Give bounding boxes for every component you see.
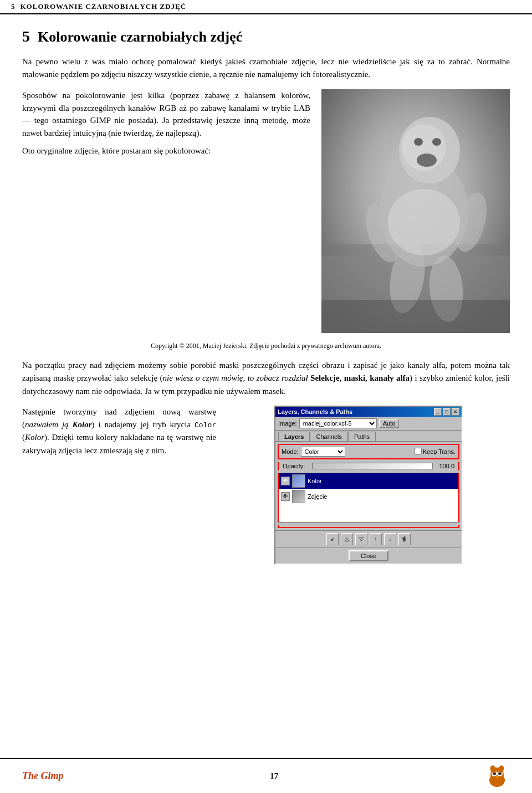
page-header: 5 KOLOROWANIE CZARNOBIAŁYCH ZDJĘĆ — [0, 0, 532, 14]
layer-name-zdjecie: Zdjęcie — [308, 493, 327, 500]
footer-owl-icon — [485, 764, 510, 789]
opacity-slider[interactable] — [313, 463, 433, 469]
body-paragraph-1: Na początku pracy nad zdjęciem możemy so… — [22, 359, 510, 398]
methods-paragraph: Sposobów na pokolorowanie jest kilka (po… — [22, 89, 310, 139]
intro-section: Na pewno wielu z was miało ochotę pomalo… — [22, 55, 510, 80]
gimp-titlebar-buttons: _ □ × — [434, 408, 459, 416]
layer-duplicate-btn[interactable]: ↑ — [370, 533, 382, 545]
gimp-red-border-bottom — [278, 525, 459, 528]
footer-logo-the: The — [22, 770, 38, 781]
layer-to-front-btn[interactable]: ↙ — [326, 533, 339, 545]
gimp-toolbar-bottom: ↙ △ ▽ ↑ ↓ 🗑 — [275, 530, 462, 548]
baby-photo-svg — [321, 89, 510, 333]
gimp-layers-list: 👁 Kolor 👁 Zdjęcie — [278, 473, 459, 523]
header-chapter-title: KOLOROWANIE CZARNOBIAŁYCH ZDJĘĆ — [21, 2, 187, 11]
tab-layers[interactable]: Layers — [278, 432, 310, 441]
keep-trans: Keep Trans. — [415, 448, 456, 455]
gimp-close-row: Close — [275, 548, 462, 564]
gimp-close-button[interactable]: Close — [349, 550, 388, 561]
svg-point-8 — [432, 138, 441, 146]
body2-code: Color — [195, 421, 216, 429]
gimp-image-row: Image: maciej_color.xcf-5 Auto — [275, 417, 462, 431]
original-paragraph: Oto oryginalne zdjęcie, które postaram s… — [22, 145, 310, 157]
image-select[interactable]: maciej_color.xcf-5 — [299, 418, 377, 428]
body-paragraph-2: Następnie tworzymy nad zdjęciem nową war… — [22, 406, 216, 457]
page-footer: The Gimp 17 — [0, 758, 532, 793]
layer-eye-kolor[interactable]: 👁 — [281, 477, 290, 485]
footer-logo-gimp: Gimp — [41, 770, 64, 781]
gimp-dialog-title: Layers, Channels & Paths — [278, 408, 352, 415]
body1-link: Selekcje, maski, kanały alfa — [310, 374, 410, 382]
layer-down-btn[interactable]: ▽ — [355, 533, 367, 545]
image-label: Image: — [278, 420, 297, 427]
layer-up-btn[interactable]: △ — [341, 533, 353, 545]
copyright-text: Copyright © 2001, Maciej Jezierski. Zdję… — [22, 342, 510, 350]
gimp-mode-row: Mode: Color Keep Trans. — [278, 444, 459, 459]
bottom-two-col: Następnie tworzymy nad zdjęciem nową war… — [22, 406, 510, 565]
gimp-dialog-col: Layers, Channels & Paths _ □ × Image: ma… — [227, 406, 510, 565]
gimp-tabs: Layers Channels Paths — [275, 431, 462, 442]
body2-italic1: nazwałem ją Kolor — [25, 420, 91, 429]
page-number: 17 — [270, 771, 278, 781]
body2-bold1: Kolor — [72, 420, 91, 429]
layer-row-zdjecie[interactable]: 👁 Zdjęcie — [279, 489, 458, 504]
footer-logo: The Gimp — [22, 770, 64, 782]
opacity-value: 100.0 — [435, 463, 454, 469]
gimp-opacity-row: Opacity: 100.0 — [278, 462, 459, 470]
chapter-number: 5 — [22, 28, 30, 45]
layer-delete-btn[interactable]: 🗑 — [398, 533, 411, 545]
layer-anchor-btn[interactable]: ↓ — [384, 533, 396, 545]
close-button[interactable]: × — [452, 408, 459, 416]
body2-italic2: Kolor — [25, 433, 44, 442]
tab-paths[interactable]: Paths — [348, 432, 376, 441]
auto-button[interactable]: Auto — [379, 419, 400, 428]
minimize-button[interactable]: _ — [434, 408, 442, 416]
tab-channels[interactable]: Channels — [310, 432, 347, 441]
header-chapter-num: 5 — [11, 2, 15, 11]
bottom-text-col: Następnie tworzymy nad zdjęciem nową war… — [22, 406, 216, 565]
baby-photo — [321, 89, 510, 333]
methods-text-col: Sposobów na pokolorowanie jest kilka (po… — [22, 89, 310, 333]
svg-point-13 — [388, 189, 460, 255]
layer-row-kolor[interactable]: 👁 Kolor — [279, 473, 458, 489]
layer-thumb-kolor — [292, 474, 305, 488]
main-content: 5 Kolorowanie czarnobiałych zdjęć Na pew… — [0, 14, 532, 587]
layer-eye-zdjecie[interactable]: 👁 — [281, 492, 290, 501]
baby-photo-col — [321, 89, 510, 333]
layer-name-kolor: Kolor — [308, 478, 322, 484]
body1-italic: nie wiesz o czym mówię, to zobacz rozdzi… — [162, 374, 308, 382]
keep-trans-checkbox[interactable] — [415, 448, 422, 455]
svg-rect-14 — [321, 300, 510, 333]
intro-paragraph: Na pewno wielu z was miało ochotę pomalo… — [22, 55, 510, 80]
mode-select[interactable]: Color — [301, 447, 345, 457]
svg-point-6 — [417, 154, 437, 167]
gimp-layers-dialog: Layers, Channels & Paths _ □ × Image: ma… — [274, 406, 463, 565]
layer-thumb-zdjecie — [292, 490, 305, 503]
body1-text-start: Na początku pracy nad zdjęciem możemy so… — [22, 361, 510, 396]
chapter-heading: 5 Kolorowanie czarnobiałych zdjęć — [22, 28, 510, 45]
mode-label: Mode: — [282, 448, 299, 455]
baby-photo-inner — [321, 89, 510, 333]
chapter-title: Kolorowanie czarnobiałych zdjęć — [38, 29, 242, 45]
two-col-section: Sposobów na pokolorowanie jest kilka (po… — [22, 89, 510, 333]
svg-point-7 — [414, 138, 423, 146]
keep-trans-label: Keep Trans. — [423, 448, 456, 455]
opacity-label: Opacity: — [283, 463, 310, 469]
maximize-button[interactable]: □ — [443, 408, 451, 416]
gimp-titlebar: Layers, Channels & Paths _ □ × — [275, 407, 462, 417]
